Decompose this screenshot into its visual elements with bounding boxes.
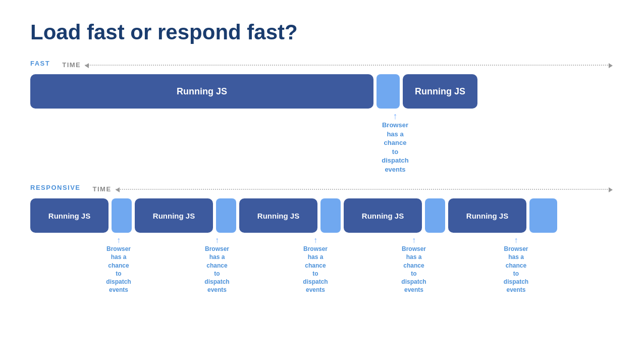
fast-label: FAST [30,60,50,67]
resp-gap-1 [112,198,132,233]
resp-js-3: Running JS [239,198,317,233]
fast-section: FAST TIME Running JS Running JS ↑ Brows [30,60,614,174]
resp-ann-3: ↑ Browser has achance todispatch events [305,236,326,294]
resp-gap-4 [425,198,445,233]
resp-js-label-5: Running JS [466,212,508,220]
resp-ann-arrow-1: ↑ [117,236,121,245]
resp-js-label-4: Running JS [362,212,404,220]
resp-js-5: Running JS [448,198,526,233]
fast-timeline-header: FAST TIME [30,60,614,70]
responsive-label: RESPONSIVE [30,184,81,191]
resp-gap-2 [216,198,236,233]
resp-gap-3 [320,198,341,233]
resp-js-4: Running JS [344,198,422,233]
fast-js-label-2: Running JS [415,86,465,97]
resp-gap-5 [529,198,557,233]
fast-gap-block [377,74,400,109]
responsive-timeline: Running JS Running JS Running JS Running… [30,198,614,294]
resp-js-2: Running JS [135,198,213,233]
fast-js-label-1: Running JS [177,86,227,97]
responsive-section: RESPONSIVE TIME Running JS Running JS Ru… [30,184,614,294]
fast-dotted-arrow [85,65,610,66]
resp-ann-2: ↑ Browser has achance todispatch events [207,236,227,294]
fast-timeline: Running JS Running JS ↑ Browser has acha… [30,74,614,174]
resp-js-label-3: Running JS [257,212,299,220]
resp-ann-text-3: Browser has achance todispatch events [303,245,328,294]
resp-annotations-row: ↑ Browser has achance todispatch events … [30,236,614,294]
fast-arrow-left [85,63,89,68]
resp-js-label-2: Running JS [153,212,195,220]
responsive-timeline-header: RESPONSIVE TIME [30,184,614,194]
responsive-dotted-arrow [116,189,610,190]
resp-ann-5: ↑ Browser has achance todispatch events [502,236,530,294]
resp-js-label-1: Running JS [48,212,90,220]
resp-ann-text-2: Browser has achance todispatch events [204,245,229,294]
fast-blocks: Running JS Running JS [30,74,614,109]
fast-js-block-2: Running JS [403,74,477,109]
resp-ann-text-5: Browser has achance todispatch events [502,245,530,294]
fast-annotation-wrapper: ↑ Browser has achance todispatch events [30,112,614,174]
resp-ann-text-4: Browser has achance todispatch events [401,245,426,294]
resp-ann-4: ↑ Browser has achance todispatch events [404,236,424,294]
fast-js-block-1: Running JS [30,74,373,109]
resp-ann-1: ↑ Browser has achance todispatch events [109,236,129,294]
fast-ann-item: ↑ Browser has achance todispatch events [384,112,407,174]
resp-ann-text-1: Browser has achance todispatch events [106,245,131,294]
resp-ann-arrow-5: ↑ [514,236,518,245]
fast-ann-arrow: ↑ [393,112,398,121]
resp-ann-arrow-4: ↑ [412,236,416,245]
responsive-time-label: TIME [93,185,112,193]
resp-ann-arrow-2: ↑ [215,236,219,245]
fast-time-label: TIME [62,61,81,69]
fast-ann-text: Browser has achance todispatch events [382,121,408,174]
responsive-arrow-left [116,187,120,192]
responsive-blocks: Running JS Running JS Running JS Running… [30,198,614,233]
resp-js-1: Running JS [30,198,109,233]
page-title: Load fast or respond fast? [30,20,614,44]
resp-ann-arrow-3: ↑ [313,236,317,245]
